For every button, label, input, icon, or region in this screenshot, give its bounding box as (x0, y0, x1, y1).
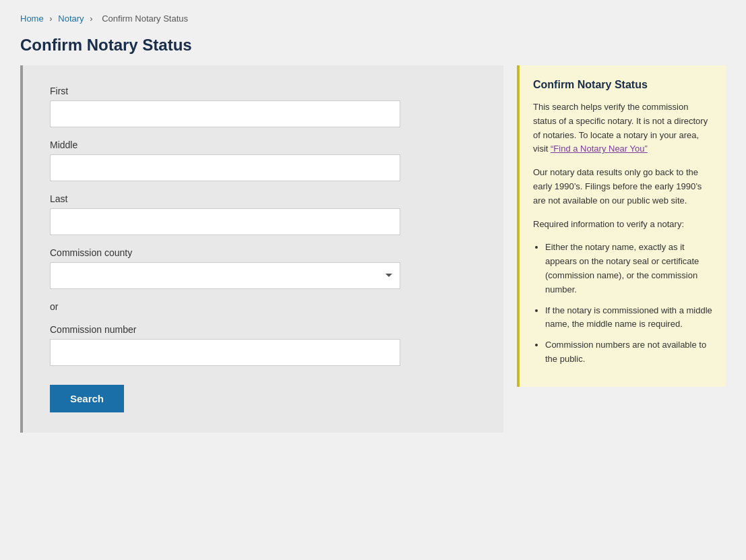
last-name-label: Last (50, 193, 483, 204)
sidebar-bullet-3: Commission numbers are not available to … (545, 338, 712, 367)
breadcrumb: Home › Notary › Confirm Notary Status (20, 13, 726, 24)
breadcrumb-current: Confirm Notary Status (102, 13, 188, 24)
last-name-input[interactable] (50, 208, 400, 235)
commission-number-group: Commission number (50, 324, 483, 366)
first-name-input[interactable] (50, 100, 400, 127)
breadcrumb-home[interactable]: Home (20, 13, 44, 24)
find-notary-link[interactable]: “Find a Notary Near You” (551, 144, 648, 154)
main-content: First Middle Last Commission county (20, 65, 726, 433)
left-panel: First Middle Last Commission county (20, 65, 503, 433)
first-name-group: First (50, 86, 483, 127)
first-name-label: First (50, 86, 483, 96)
sidebar-list: Either the notary name, exactly as it ap… (545, 241, 712, 366)
sidebar-bullet-2: If the notary is commissioned with a mid… (545, 304, 712, 332)
right-panel: Confirm Notary Status This search helps … (517, 65, 726, 387)
middle-name-input[interactable] (50, 154, 400, 181)
breadcrumb-notary[interactable]: Notary (58, 13, 84, 24)
page-title: Confirm Notary Status (20, 36, 726, 55)
commission-number-label: Commission number (50, 324, 483, 335)
county-group: Commission county (50, 247, 483, 289)
middle-name-group: Middle (50, 139, 483, 181)
last-name-group: Last (50, 193, 483, 235)
commission-number-input[interactable] (50, 339, 400, 366)
county-select-wrapper (50, 262, 400, 289)
sidebar-para2: Our notary data results only go back to … (533, 166, 712, 208)
county-label: Commission county (50, 247, 483, 258)
search-button[interactable]: Search (50, 385, 124, 412)
county-select[interactable] (50, 262, 400, 289)
form-card: First Middle Last Commission county (20, 65, 503, 433)
sidebar-bullet-1: Either the notary name, exactly as it ap… (545, 241, 712, 297)
sidebar-para3: Required information to verify a notary: (533, 218, 712, 232)
sidebar-title: Confirm Notary Status (533, 79, 712, 91)
sidebar-para1: This search helps verify the commission … (533, 100, 712, 156)
middle-name-label: Middle (50, 139, 483, 150)
or-divider: or (50, 301, 483, 312)
page-wrapper: Home › Notary › Confirm Notary Status Co… (0, 0, 746, 446)
